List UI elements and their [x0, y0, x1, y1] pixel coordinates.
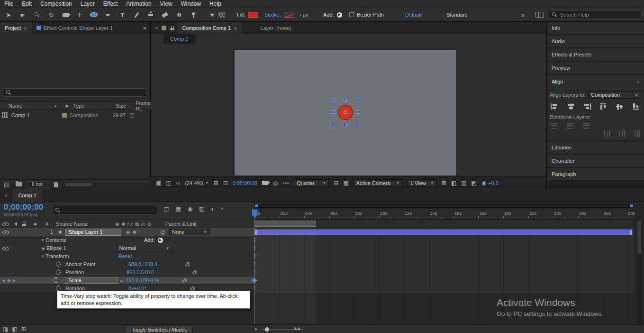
graph-include-icon[interactable]: ≈: [61, 278, 64, 283]
add-menu-button[interactable]: ▶: [337, 12, 342, 18]
transparency-grid-icon[interactable]: ▦: [343, 180, 348, 186]
ellipse-visibility-icon[interactable]: [2, 246, 9, 251]
project-item-comp1[interactable]: Comp 1 Composition 29.97 ◫: [0, 111, 151, 120]
audio-column-icon[interactable]: [12, 222, 17, 226]
col-size[interactable]: Size: [116, 103, 126, 109]
add-keyframe-icon[interactable]: ◆: [7, 278, 10, 283]
row-scale[interactable]: ◀ ◆ ▶ ≈ Scale ∞ 100.0,100.0 % @: [0, 277, 254, 285]
expand-switches-icon[interactable]: ◧: [12, 326, 17, 333]
bezier-path-checkbox[interactable]: [349, 12, 354, 17]
layer-name[interactable]: Shape Layer 1: [65, 229, 121, 236]
twirl-right-icon[interactable]: ▶: [41, 246, 46, 250]
parent-dropdown[interactable]: None ▼: [169, 229, 210, 235]
interpret-footage-icon[interactable]: ▤: [4, 181, 9, 188]
lock-column-icon[interactable]: [22, 222, 26, 226]
toolbar-overflow[interactable]: »: [521, 11, 525, 18]
timeline-timecode[interactable]: 0;00;00;00: [4, 203, 43, 212]
row-ellipse-1[interactable]: ▶ Ellipse 1 Normal ▼: [0, 244, 254, 252]
navigator-start-handle[interactable]: [255, 204, 258, 207]
timeline-search[interactable]: [52, 206, 157, 214]
snapshot-icon[interactable]: [262, 181, 268, 185]
always-preview-icon[interactable]: ▣: [156, 180, 161, 186]
exposure-control[interactable]: ◉ +0.0: [481, 180, 499, 186]
rotation-tool[interactable]: ↻: [45, 9, 57, 20]
parent-link-column[interactable]: Parent & Link: [165, 221, 197, 227]
panel-align-header[interactable]: Align ≡: [547, 75, 644, 88]
close-panel-icon[interactable]: ×: [151, 25, 162, 31]
selection-handle[interactable]: [344, 99, 347, 102]
align-right-icon[interactable]: [583, 103, 591, 110]
stereo-3d-icon[interactable]: ∞: [176, 180, 181, 186]
help-search-input[interactable]: [559, 11, 638, 18]
index-column-label[interactable]: #: [45, 221, 48, 227]
selection-handle[interactable]: [344, 123, 347, 126]
source-name-column[interactable]: Source Name: [56, 221, 88, 227]
menu-window[interactable]: Window: [176, 0, 205, 7]
position-value[interactable]: 960.0,540.0: [127, 269, 154, 275]
property-pickwhip-icon[interactable]: @: [185, 261, 190, 267]
expand-av-features-icon[interactable]: ◨: [3, 326, 8, 333]
add-shape-button[interactable]: ▶: [158, 238, 163, 243]
grid-icon[interactable]: ⊞: [214, 180, 218, 186]
menu-file[interactable]: File: [0, 0, 18, 7]
scale-label-chip[interactable]: Scale: [65, 277, 118, 284]
panel-info[interactable]: Info: [547, 22, 644, 35]
panel-menu-icon[interactable]: ≡: [24, 25, 27, 31]
close-panel-icon[interactable]: ×: [0, 193, 12, 198]
transform-reset[interactable]: Reset: [118, 253, 132, 259]
stopwatch-icon[interactable]: [56, 262, 61, 267]
pixel-aspect-icon[interactable]: ◧: [451, 180, 456, 186]
expand-inout-icon[interactable]: ⊞: [21, 326, 26, 333]
sort-asc-icon[interactable]: ▲: [54, 104, 57, 108]
property-pickwhip-icon[interactable]: @: [182, 278, 187, 283]
stopwatch-icon[interactable]: [56, 286, 61, 291]
tab-project[interactable]: Project ≡: [0, 22, 32, 34]
selection-handle[interactable]: [332, 111, 335, 114]
video-column-icon[interactable]: [2, 222, 9, 227]
twirl-down-icon[interactable]: ▼: [40, 238, 45, 242]
timeline-vertical-scrollbar[interactable]: [637, 220, 642, 324]
camera-tool[interactable]: [60, 9, 71, 20]
magnification-dropdown[interactable]: (24.4%) ▼: [185, 180, 209, 186]
switches-column-icons[interactable]: ◉✱fx▦◎⊘: [115, 222, 153, 227]
distribute-right-icon[interactable]: [635, 130, 640, 137]
new-folder-icon[interactable]: [16, 182, 22, 186]
mini-flowchart-icon[interactable]: ◫: [163, 206, 169, 213]
lock-icon[interactable]: [170, 26, 174, 30]
distribute-horizontal-center-icon[interactable]: [619, 130, 625, 137]
tab-effect-controls[interactable]: Effect Controls Shape Layer 1: [32, 25, 118, 31]
distribute-bottom-icon[interactable]: [583, 123, 590, 129]
menu-composition[interactable]: Composition: [36, 0, 76, 7]
time-ruler[interactable]: 0s 02s 04s 06s 08s 10s 12s 14s 16s 18s 2…: [254, 209, 634, 220]
distribute-vertical-center-icon[interactable]: [567, 123, 573, 129]
panel-libraries[interactable]: Libraries: [547, 141, 644, 155]
timeline-tab-comp1[interactable]: Comp 1: [12, 189, 42, 202]
composition-viewport[interactable]: [235, 50, 456, 176]
layer-visibility-icon[interactable]: [2, 230, 9, 235]
selection-handle[interactable]: [356, 99, 359, 102]
panel-menu-icon[interactable]: ≡: [234, 25, 236, 31]
row-transform[interactable]: ▼ Transform Reset: [0, 252, 254, 260]
time-navigator[interactable]: [254, 204, 634, 208]
menu-layer[interactable]: Layer: [76, 0, 99, 7]
anchor-point-value[interactable]: -689.0,-248.4: [127, 261, 157, 267]
layer-out-handle[interactable]: [630, 230, 632, 235]
workspace-panel-icon[interactable]: [535, 12, 544, 18]
link-dimensions-icon[interactable]: ∞: [120, 278, 124, 283]
toggle-switches-modes-button[interactable]: Toggle Switches / Modes: [126, 326, 193, 333]
distribute-left-icon[interactable]: [604, 130, 610, 137]
viewer-timecode[interactable]: 0;00;00;00: [233, 180, 257, 186]
project-search[interactable]: [3, 88, 147, 97]
hand-tool[interactable]: ☛: [17, 9, 28, 20]
layer-row-shape-layer-1[interactable]: 1 ★ Shape Layer 1 ◉✱⁄ @ None ▼: [0, 228, 254, 236]
row-anchor-point[interactable]: Anchor Point -689.0,-248.4 @: [0, 260, 254, 268]
transparency-grid-icon[interactable]: [218, 12, 225, 18]
stopwatch-icon[interactable]: [54, 278, 58, 283]
selection-handle[interactable]: [332, 99, 335, 102]
timeline-button-icon[interactable]: ▥: [461, 180, 466, 186]
scrollbar-thumb[interactable]: [637, 221, 641, 254]
help-search[interactable]: [549, 10, 642, 19]
align-top-icon[interactable]: [600, 103, 608, 110]
current-time-indicator[interactable]: [252, 209, 258, 216]
navigator-end-handle[interactable]: [630, 204, 633, 207]
